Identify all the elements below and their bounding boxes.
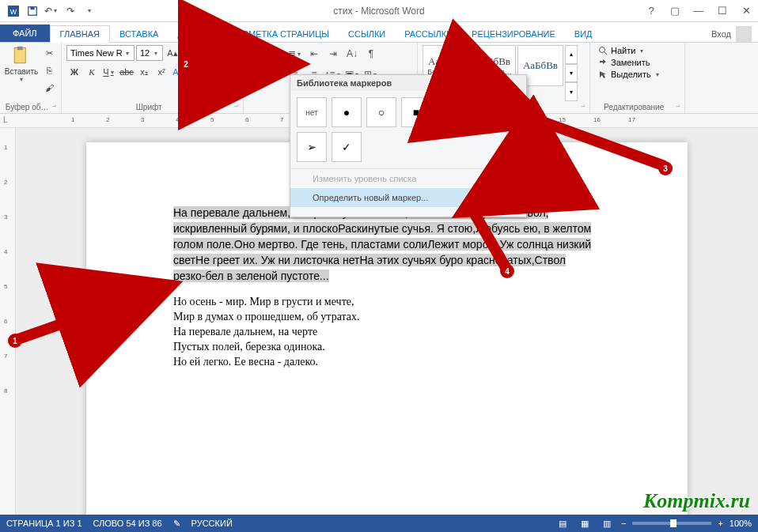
tab-review[interactable]: РЕЦЕНЗИРОВАНИЕ [462, 26, 565, 42]
sort-icon[interactable]: A↓ [343, 45, 361, 62]
numbering-button[interactable]: 1≡▾ [267, 45, 285, 62]
editing-label: Редактирование [595, 101, 680, 111]
select-button[interactable]: Выделить▾ [595, 69, 664, 80]
grow-font-icon[interactable]: A▴ [165, 45, 180, 61]
bullet-square[interactable]: ■ [401, 97, 431, 127]
svg-rect-3 [30, 6, 34, 9]
svg-point-6 [600, 47, 605, 53]
quick-access-toolbar: W ↶▾ ↷ ▾ [0, 2, 98, 20]
view-web-icon[interactable]: ▥ [599, 517, 615, 530]
tab-references[interactable]: ССЫЛКИ [339, 26, 395, 42]
font-label: Шрифт [66, 101, 238, 111]
save-icon[interactable] [24, 2, 41, 20]
group-font: Times New R▾ 12▾ A▴ A▾ Aa▾ A̸ Ж К Ч▾ abc… [62, 43, 244, 113]
tab-file[interactable]: ФАЙЛ [0, 25, 50, 42]
style-scroll[interactable]: ▴▾▾ [565, 45, 578, 101]
word-icon[interactable]: W [5, 2, 22, 20]
bullet-check[interactable]: ✓ [332, 132, 362, 162]
bullet-change-level: Изменить уровень списка▸ [290, 169, 526, 188]
group-clipboard: Вставить ▾ ✂ ⎘ 🖌 Буфер об… [0, 43, 62, 113]
bullet-arrow[interactable]: ➢ [297, 132, 327, 162]
paste-label: Вставить [5, 67, 38, 76]
status-lang[interactable]: РУССКИЙ [191, 519, 233, 528]
bullet-diamonds[interactable]: ❖ [471, 97, 501, 127]
tab-view[interactable]: ВИД [565, 26, 602, 42]
signin-link[interactable]: Вход [711, 29, 731, 39]
subscript-button[interactable]: x₂ [136, 64, 152, 80]
italic-button[interactable]: К [84, 64, 100, 80]
status-page[interactable]: СТРАНИЦА 1 ИЗ 1 [6, 519, 82, 528]
svg-rect-4 [14, 48, 25, 63]
show-marks-icon[interactable]: ¶ [362, 45, 380, 62]
bullets-button[interactable]: •≡▾ [248, 45, 266, 62]
zoom-in-icon[interactable]: + [718, 519, 722, 528]
redo-icon[interactable]: ↷ [62, 2, 79, 20]
callout-badge-3: 3 [658, 161, 673, 175]
cut-icon[interactable]: ✂ [41, 45, 57, 61]
window-title: стих - Microsoft Word [333, 6, 424, 17]
stanza-2: Но осень - мир. Мир в грусти и мечте,Мир… [173, 295, 601, 369]
format-painter-icon[interactable]: 🖌 [41, 80, 57, 96]
replace-button[interactable]: Заменить [595, 57, 664, 68]
qat-more-icon[interactable]: ▾ [81, 2, 98, 20]
close-icon[interactable]: ✕ [734, 2, 758, 20]
strike-button[interactable]: abc [119, 64, 135, 80]
help-icon[interactable]: ? [639, 2, 663, 20]
tab-mailings[interactable]: РАССЫЛКИ [395, 26, 462, 42]
tab-home[interactable]: ГЛАВНАЯ [50, 25, 110, 43]
change-case-icon[interactable]: Aa▾ [199, 45, 215, 61]
font-color-icon[interactable]: A▾ [206, 64, 222, 80]
copy-icon[interactable]: ⎘ [41, 62, 57, 78]
find-button[interactable]: Найти▾ [595, 45, 664, 56]
avatar[interactable] [736, 26, 752, 42]
maximize-icon[interactable]: ☐ [711, 2, 734, 20]
multilevel-button[interactable]: ≣▾ [286, 45, 304, 62]
svg-line-7 [605, 52, 607, 55]
font-size-select[interactable]: 12▾ [136, 45, 163, 61]
view-read-icon[interactable]: ▤ [555, 517, 570, 530]
undo-icon[interactable]: ↶▾ [43, 2, 60, 20]
bullet-disc[interactable]: ● [332, 97, 362, 127]
watermark: Kompmix.ru [643, 489, 750, 513]
underline-button[interactable]: Ч▾ [101, 64, 117, 80]
paste-button[interactable]: Вставить ▾ [5, 45, 38, 101]
tab-design[interactable]: ДИЗАЙН [168, 26, 222, 42]
zoom-out-icon[interactable]: − [621, 519, 626, 528]
minimize-icon[interactable]: — [687, 2, 711, 20]
status-words[interactable]: СЛОВО 54 ИЗ 86 [93, 519, 162, 528]
align-left-icon[interactable]: ≡ [248, 66, 266, 83]
window-controls: ? ▢ — ☐ ✕ [639, 2, 758, 20]
group-editing: Найти▾ Заменить Выделить▾ Редактирование [590, 43, 685, 113]
zoom-value[interactable]: 100% [730, 519, 752, 528]
decrease-indent-icon[interactable]: ⇤ [305, 45, 323, 62]
svg-text:W: W [10, 7, 17, 15]
font-name-select[interactable]: Times New R▾ [66, 45, 135, 61]
bullet-grid: нет ● ○ ■ ✦ ❖ ➢ ✓ [290, 91, 526, 168]
clipboard-label: Буфер об… [5, 101, 56, 111]
bullet-library-dropdown: Библиотека маркеров нет ● ○ ■ ✦ ❖ ➢ ✓ Из… [290, 74, 527, 217]
clear-format-icon[interactable]: A̸ [217, 45, 233, 61]
callout-badge-1: 1 [8, 334, 22, 348]
bullet-4diamond[interactable]: ✦ [436, 97, 466, 127]
bullet-circle[interactable]: ○ [366, 97, 396, 127]
zoom-slider[interactable] [632, 522, 711, 525]
resize-grip-icon[interactable]: ⋰ [290, 207, 526, 217]
align-center-icon[interactable]: ≡ [267, 66, 285, 83]
status-proofing-icon[interactable]: ✎ [173, 519, 180, 529]
superscript-button[interactable]: x² [153, 64, 169, 80]
status-bar: СТРАНИЦА 1 ИЗ 1 СЛОВО 54 ИЗ 86 ✎ РУССКИЙ… [0, 515, 758, 532]
tab-layout[interactable]: РАЗМЕТКА СТРАНИЦЫ [223, 26, 339, 42]
ribbon-collapse-icon[interactable]: ▢ [663, 2, 687, 20]
title-bar: W ↶▾ ↷ ▾ стих - Microsoft Word ? ▢ — ☐ ✕ [0, 0, 758, 22]
bullet-define-new[interactable]: Определить новый маркер... [290, 188, 526, 207]
ruler-vertical[interactable]: 12345678 [0, 128, 16, 515]
bullet-library-title: Библиотека маркеров [290, 75, 526, 91]
view-print-icon[interactable]: ▦ [577, 517, 593, 530]
tab-insert[interactable]: ВСТАВКА [110, 26, 168, 42]
bullet-none[interactable]: нет [297, 97, 327, 127]
ribbon-tabs: ФАЙЛ ГЛАВНАЯ ВСТАВКА ДИЗАЙН РАЗМЕТКА СТР… [0, 22, 758, 43]
increase-indent-icon[interactable]: ⇥ [324, 45, 342, 62]
callout-badge-2: 2 [179, 57, 193, 71]
bold-button[interactable]: Ж [66, 64, 82, 80]
svg-rect-5 [17, 47, 23, 50]
